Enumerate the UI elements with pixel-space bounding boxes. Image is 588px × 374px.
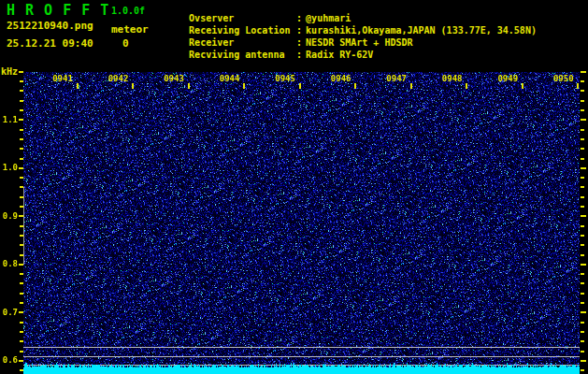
x-tick-label: 0943 [157, 74, 191, 83]
y-tick-label: 0.6 [0, 355, 18, 365]
y-tick-mark-right [581, 282, 584, 284]
y-tick-mark-right [581, 225, 584, 227]
y-tick-mark-left [20, 90, 23, 92]
y-tick-mark-left [20, 282, 23, 284]
observation-datetime: 25.12.21 09:40 [7, 37, 93, 50]
y-tick-mark-left [20, 158, 23, 160]
y-tick-mark-right [581, 340, 584, 342]
y-tick-mark-left [19, 264, 23, 266]
y-tick-mark-left [20, 369, 23, 371]
x-tick-label: 0945 [268, 74, 302, 83]
y-tick-mark-right [581, 177, 584, 179]
x-tick-label: 0941 [46, 74, 79, 83]
x-tick-mark [466, 83, 467, 89]
y-tick-mark-left [19, 311, 23, 313]
app-version: 1.0.0f [111, 6, 145, 16]
x-tick-mark [77, 83, 79, 89]
y-tick-mark-right [581, 138, 584, 140]
meteor-counter-value: 0 [122, 37, 129, 50]
y-tick-mark-right [581, 264, 586, 266]
y-tick-mark-left [19, 167, 23, 169]
y-tick-mark-left [20, 293, 23, 295]
y-tick-mark-right [581, 244, 584, 246]
y-tick-mark-right [581, 351, 584, 352]
output-filename: 2512210940.png [7, 20, 93, 32]
y-tick-mark-left [20, 235, 23, 237]
y-tick-mark-right [581, 369, 584, 371]
y-tick-mark-left [20, 186, 23, 188]
meteor-counter-label: meteor [111, 23, 149, 36]
y-tick-mark-right [581, 235, 584, 237]
y-tick-mark-right [581, 331, 584, 333]
y-tick-mark-right [581, 215, 586, 217]
x-tick-mark [410, 83, 412, 89]
y-tick-mark-right [581, 322, 584, 324]
y-tick-label: 0.9 [0, 211, 18, 221]
y-tick-mark-right [581, 119, 586, 121]
y-tick-mark-left [20, 351, 23, 352]
y-tick-mark-right [581, 360, 586, 362]
x-tick-mark [243, 83, 245, 89]
y-tick-mark-right [581, 71, 586, 73]
y-tick-mark-left [20, 322, 23, 324]
antenna-label: Recviving antenna [189, 50, 296, 60]
y-tick-label: 1.1 [0, 115, 18, 124]
y-tick-mark-right [581, 273, 584, 275]
x-tick-label: 0946 [324, 74, 358, 83]
y-tick-mark-right [581, 186, 584, 188]
y-tick-mark-left [19, 119, 23, 121]
y-tick-mark-left [20, 100, 23, 102]
y-tick-mark-left [20, 331, 23, 333]
x-tick-label: 0942 [102, 74, 136, 83]
x-tick-mark [188, 83, 190, 89]
y-tick-mark-right [581, 158, 584, 160]
colon: : [296, 50, 306, 60]
y-tick-mark-left [20, 254, 23, 256]
y-tick-mark-left [20, 148, 23, 150]
y-tick-mark-left [20, 206, 23, 208]
app-title: H R O F F T [7, 2, 109, 19]
y-tick-mark-left [20, 244, 23, 246]
y-tick-mark-left [20, 340, 23, 342]
y-tick-mark-left [20, 129, 23, 131]
y-axis-unit-label: kHz [1, 66, 18, 77]
y-tick-mark-right [581, 148, 584, 150]
y-tick-mark-left [20, 196, 23, 198]
antenna-value: Radix RY-62V [306, 50, 373, 60]
x-tick-mark [354, 83, 356, 89]
y-tick-mark-right [581, 80, 584, 82]
x-tick-mark [299, 83, 301, 89]
y-tick-mark-right [581, 302, 584, 304]
y-tick-mark-right [581, 109, 584, 111]
x-tick-label: 0944 [213, 74, 247, 83]
y-tick-mark-right [581, 293, 584, 295]
y-tick-mark-left [20, 177, 23, 179]
x-tick-mark [132, 83, 134, 89]
y-tick-mark-left [20, 302, 23, 304]
y-tick-label: 1.0 [0, 163, 18, 172]
y-tick-mark-right [581, 196, 584, 198]
y-tick-mark-right [581, 206, 584, 208]
y-tick-mark-left [19, 215, 23, 217]
y-tick-label: 0.8 [0, 259, 18, 268]
y-tick-mark-left [20, 109, 23, 111]
x-tick-mark [522, 83, 523, 89]
x-tick-label: 0947 [380, 74, 413, 83]
y-tick-mark-left [20, 80, 23, 82]
hrofft-screen: H R O F F T 1.0.0f 2512210940.png meteor… [0, 0, 588, 374]
y-tick-mark-left [20, 273, 23, 275]
y-tick-mark-right [581, 311, 586, 313]
y-tick-mark-left [19, 71, 23, 73]
y-tick-mark-left [20, 138, 23, 140]
y-tick-label: 0.7 [0, 308, 18, 317]
y-tick-mark-left [20, 225, 23, 227]
y-tick-mark-right [581, 100, 584, 102]
x-tick-label: 0949 [491, 74, 524, 83]
y-tick-mark-left [19, 360, 23, 362]
spectrogram-canvas [23, 72, 580, 374]
x-tick-mark [577, 83, 579, 89]
info-row-antenna: Recviving antenna:Radix RY-62V [166, 39, 373, 70]
y-tick-mark-right [581, 167, 586, 169]
y-tick-mark-right [581, 254, 584, 256]
y-tick-mark-right [581, 129, 584, 131]
